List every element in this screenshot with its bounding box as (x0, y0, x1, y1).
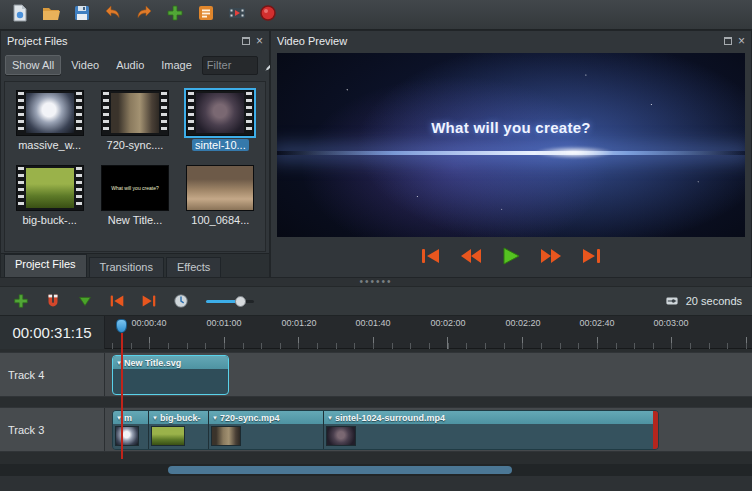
file-name: big-buck-... (19, 214, 79, 226)
video-filter-button[interactable]: Video (64, 55, 106, 75)
jump-to-end-icon[interactable] (579, 247, 603, 265)
track-row: Track 3 ▼m ▼big-buck- ▼720-sync.mp4 ▼sin… (0, 407, 752, 452)
clip-big-buck[interactable]: ▼big-buck- (148, 411, 208, 449)
choose-profile-button[interactable] (194, 3, 218, 27)
play-icon[interactable] (499, 247, 523, 265)
record-button[interactable] (256, 3, 280, 27)
ruler-label: 00:02:00 (426, 318, 470, 328)
file-item-sintel[interactable]: sintel-10... (178, 90, 262, 155)
clip-menu-icon[interactable]: ▼ (212, 415, 218, 421)
file-item-bigbuck[interactable]: big-buck-... (8, 165, 92, 230)
fast-forward-icon[interactable] (539, 247, 563, 265)
track-header[interactable]: Track 4 (0, 353, 105, 396)
track3-clip-group: ▼m ▼big-buck- ▼720-sync.mp4 ▼sintel-1024… (112, 410, 659, 450)
zoom-scale-label: 20 seconds (686, 295, 742, 307)
filter-input[interactable] (202, 56, 258, 75)
lens-flare-core (534, 146, 614, 159)
jump-to-start-icon[interactable] (419, 247, 443, 265)
clip-header: ▼720-sync.mp4 (209, 411, 323, 424)
import-files-button[interactable] (163, 3, 187, 27)
clip-header: ▼New Title.svg (113, 356, 228, 369)
timeline-scrollbar[interactable] (0, 464, 752, 476)
playback-controls (271, 243, 751, 269)
save-project-button[interactable] (70, 3, 94, 27)
new-project-button[interactable] (8, 3, 32, 27)
open-project-button[interactable] (39, 3, 63, 27)
previous-marker-icon[interactable] (106, 290, 128, 312)
video-preview-panel: Video Preview × What will you create? (270, 30, 752, 278)
undo-button[interactable] (101, 3, 125, 27)
next-marker-icon[interactable] (138, 290, 160, 312)
new-project-icon (10, 3, 30, 27)
video-preview-title: Video Preview (277, 35, 724, 47)
clip-720-sync[interactable]: ▼720-sync.mp4 (208, 411, 323, 449)
clip-thumbnail (211, 426, 241, 446)
clip-header: ▼sintel-1024-surround.mp4 (324, 411, 655, 424)
rewind-icon[interactable] (459, 247, 483, 265)
file-item-720sync[interactable]: 720-sync.... (93, 90, 177, 155)
image-filter-button[interactable]: Image (154, 55, 199, 75)
timeline-ruler[interactable]: 00:00:40 00:01:00 00:01:20 00:01:40 00:0… (105, 316, 752, 349)
panel-splitter-handle[interactable]: •••••• (0, 278, 752, 286)
clip-label: m (124, 413, 132, 423)
clip-menu-icon[interactable]: ▼ (152, 415, 158, 421)
file-name: New Title... (105, 214, 165, 226)
left-panel-tabs: Project Files Transitions Effects (1, 253, 269, 277)
audio-filter-button[interactable]: Audio (109, 55, 151, 75)
tab-effects[interactable]: Effects (166, 257, 221, 277)
add-track-icon[interactable] (10, 290, 32, 312)
close-panel-icon[interactable]: × (256, 36, 263, 46)
snapping-icon[interactable] (42, 290, 64, 312)
ruler-label: 00:01:20 (277, 318, 321, 328)
file-thumbnail (101, 90, 169, 136)
redo-button[interactable] (132, 3, 156, 27)
clip-label: New Title.svg (124, 358, 181, 368)
project-files-grid: massive_w... 720-sync.... sintel-10... b… (4, 81, 266, 252)
export-video-button[interactable] (225, 3, 249, 27)
file-thumbnail (16, 90, 84, 136)
zoom-slider-handle[interactable] (235, 296, 246, 307)
redo-icon (134, 3, 154, 27)
lens-flare (277, 151, 745, 155)
float-panel-icon[interactable] (724, 37, 732, 45)
main-toolbar (0, 0, 752, 30)
close-panel-icon[interactable]: × (738, 36, 745, 46)
timeline-toolbar: 20 seconds (0, 286, 752, 316)
tab-project-files[interactable]: Project Files (4, 254, 87, 277)
file-item-massive[interactable]: massive_w... (8, 90, 92, 155)
clip-label: sintel-1024-surround.mp4 (335, 413, 445, 423)
clip-header: ▼m (113, 411, 148, 424)
undo-icon (103, 3, 123, 27)
playhead-handle[interactable] (116, 319, 127, 333)
clip-thumbnail (326, 426, 356, 446)
track-header[interactable]: Track 3 (0, 408, 105, 451)
show-all-filter-button[interactable]: Show All (5, 55, 61, 75)
openshot-window: Project Files × Show All Video Audio Ima… (0, 0, 752, 491)
timeline-tracks-area: Track 4 ▼New Title.svg Track 3 ▼m ▼big-b… (0, 349, 752, 464)
file-thumbnail (16, 165, 84, 211)
clip-trim-marker[interactable] (653, 411, 658, 449)
zoom-scale-icon (664, 294, 680, 308)
clip-label: 720-sync.mp4 (220, 413, 280, 423)
clip-menu-icon[interactable]: ▼ (327, 415, 333, 421)
file-thumbnail (186, 165, 254, 211)
timeline-zoom-slider[interactable] (206, 294, 254, 308)
file-item-photo[interactable]: 100_0684... (178, 165, 262, 230)
playhead-timecode: 00:00:31:15 (0, 316, 105, 349)
ruler-label: 00:01:00 (202, 318, 246, 328)
clip-label: big-buck- (160, 413, 201, 423)
scrollbar-thumb[interactable] (168, 466, 512, 474)
file-item-newtitle[interactable]: What will you create? New Title... (93, 165, 177, 230)
project-files-panel: Project Files × Show All Video Audio Ima… (0, 30, 270, 278)
float-panel-icon[interactable] (242, 37, 250, 45)
project-files-title: Project Files (7, 35, 242, 47)
file-thumbnail: What will you create? (101, 165, 169, 211)
center-playhead-icon[interactable] (170, 290, 192, 312)
file-thumbnail (186, 90, 254, 136)
clip-sintel[interactable]: ▼sintel-1024-surround.mp4 (323, 411, 655, 449)
clip-new-title[interactable]: ▼New Title.svg (112, 355, 229, 395)
add-marker-icon[interactable] (74, 290, 96, 312)
tab-transitions[interactable]: Transitions (89, 257, 164, 277)
clip-massive[interactable]: ▼m (113, 411, 148, 449)
zoom-slider-track[interactable] (206, 300, 254, 303)
